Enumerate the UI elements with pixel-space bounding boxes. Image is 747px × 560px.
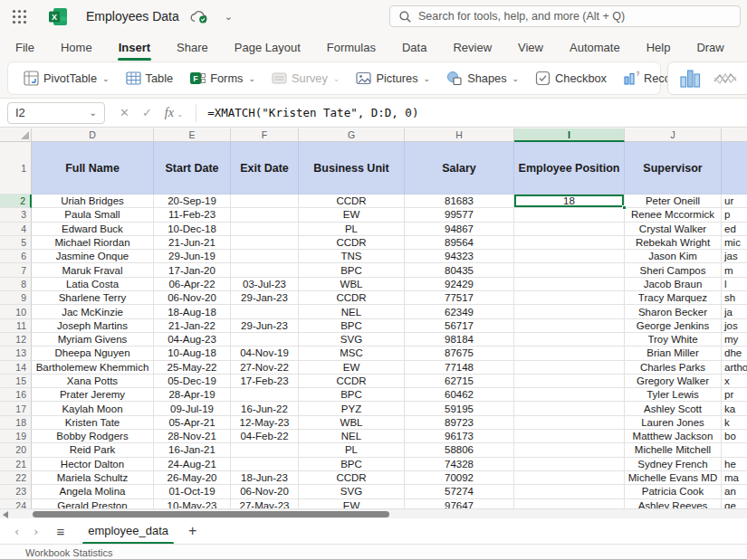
cell[interactable] <box>514 305 625 318</box>
cell[interactable]: Gregory Walker <box>625 375 722 388</box>
cell[interactable]: MSC <box>299 346 405 360</box>
cell[interactable]: TNS <box>299 250 405 263</box>
cell[interactable]: k <box>722 416 747 430</box>
cell[interactable]: 20-Sep-19 <box>154 195 231 208</box>
cell[interactable]: 18-Aug-18 <box>154 305 231 318</box>
formula-input[interactable]: =XMATCH("Kristen Tate", D:D, 0) <box>207 106 418 119</box>
cell[interactable]: ka <box>722 402 747 415</box>
row-header-18[interactable]: 18 <box>0 416 32 430</box>
cell[interactable]: Dheepa Nguyen <box>32 346 154 360</box>
fill-handle[interactable] <box>622 205 627 210</box>
cell[interactable]: BPC <box>299 388 405 402</box>
cell[interactable]: 06-Nov-20 <box>154 291 231 305</box>
cell[interactable] <box>231 223 299 236</box>
cell[interactable]: 92429 <box>405 278 514 291</box>
cell[interactable]: NEL <box>299 305 405 318</box>
cell[interactable]: 10-Dec-18 <box>154 223 231 236</box>
cell[interactable]: 04-Nov-19 <box>231 346 299 360</box>
cell[interactable]: Bartholemew Khemmich <box>32 361 154 375</box>
cell[interactable]: 16-Jan-21 <box>154 443 231 457</box>
cell[interactable]: BPC <box>299 263 405 277</box>
cell[interactable]: 96173 <box>405 430 514 443</box>
cell[interactable]: p <box>722 208 747 222</box>
cell[interactable]: Rebekah Wright <box>625 236 722 250</box>
shapes-button[interactable]: Shapes ⌄ <box>440 66 525 90</box>
cell[interactable]: 21-Jun-21 <box>154 236 231 250</box>
cell[interactable] <box>231 263 299 277</box>
cell[interactable] <box>514 361 625 375</box>
cancel-formula-icon[interactable]: ✕ <box>120 106 129 119</box>
row-header-20[interactable]: 20 <box>0 443 32 457</box>
cell[interactable]: Sheri Campos <box>625 263 722 277</box>
cell[interactable]: 62715 <box>405 375 514 388</box>
cell[interactable]: Tyler Lewis <box>625 388 722 402</box>
cell[interactable]: CCDR <box>299 291 405 305</box>
cell[interactable]: Kristen Tate <box>32 416 154 430</box>
cell[interactable]: Lauren Jones <box>625 416 722 430</box>
cell[interactable] <box>514 319 625 333</box>
cell[interactable]: Myriam Givens <box>32 333 154 346</box>
cell[interactable]: bo <box>722 430 747 443</box>
row-header-23[interactable]: 23 <box>0 485 32 498</box>
cell[interactable] <box>514 208 625 222</box>
header-cell-full-name[interactable]: Full Name <box>32 142 154 195</box>
cell[interactable]: Kaylah Moon <box>32 402 154 415</box>
cell[interactable]: 99577 <box>405 208 514 222</box>
row-header-14[interactable]: 14 <box>0 361 32 375</box>
cell[interactable]: 05-Dec-19 <box>154 375 231 388</box>
cell[interactable]: 29-Jun-23 <box>231 319 299 333</box>
cell[interactable] <box>514 499 625 508</box>
column-header-F[interactable]: F <box>231 128 299 142</box>
row-header-5[interactable]: 5 <box>0 236 32 250</box>
cell[interactable]: 28-Nov-21 <box>154 430 231 443</box>
cell[interactable]: Michael Riordan <box>32 236 154 250</box>
header-cell-start-date[interactable]: Start Date <box>154 142 231 195</box>
column-chart-icon[interactable] <box>675 65 704 92</box>
cell[interactable]: 29-Jan-23 <box>231 291 299 305</box>
cell[interactable]: Joseph Martins <box>32 319 154 333</box>
cell[interactable] <box>231 443 299 457</box>
cell[interactable] <box>514 485 625 498</box>
cell[interactable]: 94323 <box>405 250 514 263</box>
pivottable-button[interactable]: PivotTable ⌄ <box>17 66 116 90</box>
cell[interactable]: Gerald Preston <box>32 499 154 508</box>
header-cell-business-unit[interactable]: Business Unit <box>299 142 405 195</box>
cell[interactable]: arthole <box>722 361 747 375</box>
cell[interactable]: George Jenkins <box>625 319 722 333</box>
header-cell-partial[interactable] <box>722 142 747 195</box>
cell[interactable]: Jac McKinzie <box>32 305 154 318</box>
line-chart-icon[interactable] <box>710 66 741 91</box>
row-header-3[interactable]: 3 <box>0 208 32 222</box>
menu-home[interactable]: Home <box>60 37 93 58</box>
cell[interactable] <box>514 375 625 388</box>
cell[interactable]: 01-Oct-19 <box>154 485 231 498</box>
row-header-2[interactable]: 2 <box>0 195 32 208</box>
cell[interactable] <box>514 278 625 291</box>
cell[interactable]: CCDR <box>299 236 405 250</box>
cell[interactable]: 89564 <box>405 236 514 250</box>
cell[interactable]: m <box>722 263 747 277</box>
menu-file[interactable]: File <box>14 37 35 58</box>
cell[interactable]: Sharlene Terry <box>32 291 154 305</box>
cell[interactable]: 06-Nov-20 <box>231 485 299 498</box>
cell[interactable]: BPC <box>299 458 405 471</box>
cell[interactable]: 70092 <box>405 471 514 485</box>
cell[interactable]: 10-Aug-18 <box>154 346 231 360</box>
cell[interactable] <box>514 291 625 305</box>
cell[interactable]: 04-Aug-23 <box>154 333 231 346</box>
cell[interactable]: 56717 <box>405 319 514 333</box>
cell[interactable]: jas <box>722 250 747 263</box>
cell[interactable]: 81683 <box>405 195 514 208</box>
cell[interactable] <box>514 402 625 415</box>
menu-insert[interactable]: Insert <box>118 37 151 58</box>
cell[interactable]: pr <box>722 388 747 402</box>
add-sheet-button[interactable]: + <box>188 523 196 539</box>
cell[interactable]: Crystal Walker <box>625 223 722 236</box>
cell[interactable]: PL <box>299 443 405 457</box>
cell[interactable]: 94867 <box>405 223 514 236</box>
column-header-partial[interactable] <box>722 128 747 142</box>
cell[interactable] <box>231 236 299 250</box>
cell[interactable]: Peter Oneill <box>625 195 722 208</box>
row-header-21[interactable]: 21 <box>0 458 32 471</box>
header-cell-salary[interactable]: Salary <box>405 142 514 195</box>
